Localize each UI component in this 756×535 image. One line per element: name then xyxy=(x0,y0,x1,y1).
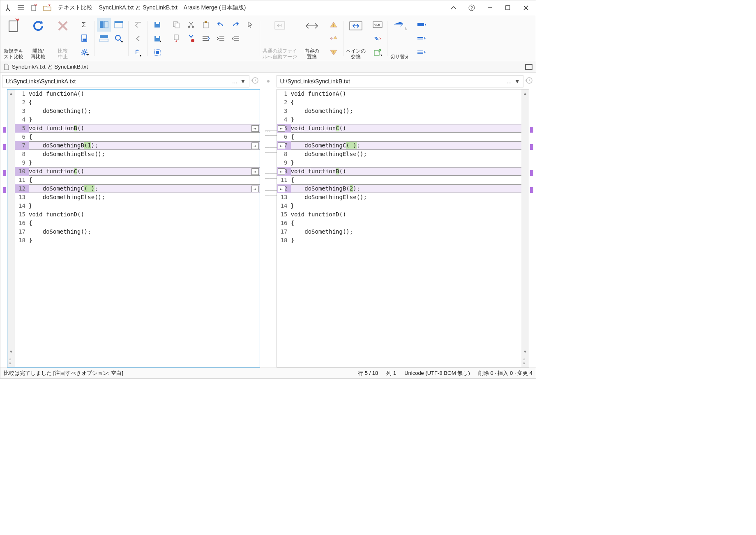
chevron-down-icon[interactable]: ▼ xyxy=(239,78,247,85)
nav-prev-icon[interactable] xyxy=(131,32,145,46)
merge-right-button[interactable]: → xyxy=(251,186,259,192)
warn-up-icon[interactable]: ! xyxy=(327,18,341,32)
xml-icon[interactable]: XML xyxy=(371,18,385,32)
merge-right-button[interactable]: → xyxy=(251,142,259,149)
code-line[interactable]: 5void functionB()→ xyxy=(15,124,260,133)
code-line[interactable]: 9} xyxy=(277,158,522,167)
right-scroll-right[interactable]: ▲ ▼ ▵ ▿ xyxy=(521,90,529,367)
chevron-down-icon[interactable]: ▼ xyxy=(513,78,521,85)
copy-down-icon[interactable] xyxy=(169,32,183,46)
code-line[interactable]: 17 doSomething(); xyxy=(15,227,260,236)
save-as-icon[interactable]: ▾ xyxy=(150,32,164,46)
code-line[interactable]: 6{ xyxy=(277,133,522,141)
code-line[interactable]: 11{ xyxy=(15,176,260,184)
ribbon-new-compare[interactable]: 新規テキ スト比較 xyxy=(1,18,26,61)
tab-title[interactable]: SyncLinkA.txt と SyncLinkB.txt xyxy=(12,63,88,71)
scroll-bottom-icon[interactable]: ▿ xyxy=(9,361,13,365)
code-line[interactable]: 5void functionC()← xyxy=(277,124,522,133)
redo-icon[interactable] xyxy=(228,18,242,32)
layout-single-icon[interactable] xyxy=(112,18,126,32)
paste-icon[interactable] xyxy=(199,18,213,32)
code-line[interactable]: 18} xyxy=(277,236,522,245)
right-path-box[interactable]: U:\SyncLinks\SyncLinkB.txt … ▼ xyxy=(277,75,524,87)
left-code[interactable]: 1void functionA()2{3 doSomething();4}5vo… xyxy=(15,90,260,367)
code-line[interactable]: 12 doSomethingB(2);← xyxy=(277,184,522,193)
close-button[interactable] xyxy=(519,1,532,14)
gear-icon[interactable]: ▾ xyxy=(78,46,92,60)
code-line[interactable]: 12 doSomethingC( );→ xyxy=(15,184,260,193)
merge-left-button[interactable]: ← xyxy=(278,125,285,132)
code-line[interactable]: 4} xyxy=(15,115,260,124)
ribbon-start-recompare[interactable]: 開始/ 再比較 xyxy=(26,18,51,61)
scroll-up-icon[interactable]: ▲ xyxy=(9,91,13,96)
menu-icon[interactable] xyxy=(17,4,25,12)
ribbon-swap[interactable]: ペインの 交換 xyxy=(343,18,368,61)
history-icon[interactable] xyxy=(251,77,260,86)
code-line[interactable]: 2{ xyxy=(15,98,260,107)
maximize-button[interactable] xyxy=(501,1,514,14)
warn-down-icon[interactable]: ! xyxy=(327,46,341,60)
code-line[interactable]: 16{ xyxy=(15,219,260,227)
copy-icon[interactable] xyxy=(169,18,183,32)
layout-stacked-icon[interactable] xyxy=(97,32,111,46)
ribbon-switch[interactable]: ± 切り替え xyxy=(387,18,412,61)
code-line[interactable]: 10void functionB()← xyxy=(277,167,522,176)
scroll-up-icon[interactable]: ▲ xyxy=(523,91,527,96)
code-line[interactable]: 17 doSomething(); xyxy=(277,227,522,236)
code-line[interactable]: 3 doSomething(); xyxy=(15,107,260,115)
ribbon-replace[interactable]: 内容の 置換 xyxy=(300,18,324,61)
outdent-icon[interactable] xyxy=(228,32,242,46)
code-line[interactable]: 15void functionD() xyxy=(277,210,522,219)
code-line[interactable]: 2{ xyxy=(277,98,522,107)
code-line[interactable]: 7 doSomethingC( );← xyxy=(277,141,522,150)
link-icon[interactable] xyxy=(371,32,385,46)
code-line[interactable]: 8 doSomethingElse(); xyxy=(15,150,260,158)
list2-icon[interactable] xyxy=(415,32,429,46)
export-icon[interactable]: ▾ xyxy=(371,46,385,60)
page-icon[interactable] xyxy=(78,32,92,46)
list3-icon[interactable] xyxy=(415,46,429,60)
code-line[interactable]: 14} xyxy=(277,202,522,210)
list1-icon[interactable] xyxy=(415,18,429,32)
merge-right-button[interactable]: → xyxy=(251,168,259,175)
code-line[interactable]: 13 doSomethingElse(); xyxy=(277,193,522,202)
zoom-icon[interactable]: ▾ xyxy=(112,32,126,46)
merge-left-button[interactable]: ← xyxy=(278,168,285,175)
code-line[interactable]: 9} xyxy=(15,158,260,167)
code-line[interactable]: 1void functionA() xyxy=(277,90,522,98)
more-icon[interactable]: ⋯ xyxy=(265,129,272,135)
code-line[interactable]: 6{ xyxy=(15,133,260,141)
cut-icon[interactable] xyxy=(184,18,198,32)
code-line[interactable]: 16{ xyxy=(277,219,522,227)
merge-left-button[interactable]: ← xyxy=(278,186,285,192)
scroll-top-icon[interactable]: ▵ xyxy=(9,356,13,361)
bookmark-error-icon[interactable] xyxy=(184,32,198,46)
new-folder-icon[interactable] xyxy=(43,4,51,12)
code-line[interactable]: 11{ xyxy=(277,176,522,184)
select-all-icon[interactable] xyxy=(150,46,164,60)
path-more-icon[interactable]: … xyxy=(231,78,239,85)
code-line[interactable]: 4} xyxy=(277,115,522,124)
left-path-box[interactable]: U:\SyncLinks\SyncLinkA.txt … ▼ xyxy=(2,75,249,87)
right-editor[interactable]: 1void functionA()2{3 doSomething();4}5vo… xyxy=(277,89,530,367)
cursor-icon[interactable] xyxy=(243,18,257,32)
scroll-down-icon[interactable]: ▼ xyxy=(9,349,13,354)
code-line[interactable]: 15void functionD() xyxy=(15,210,260,219)
undo-icon[interactable] xyxy=(214,18,228,32)
merge-right-button[interactable]: → xyxy=(251,125,259,132)
code-line[interactable]: 14} xyxy=(15,202,260,210)
code-line[interactable]: 18} xyxy=(15,236,260,245)
encoding-icon[interactable]: É▾ xyxy=(131,46,145,60)
scroll-down-icon[interactable]: ▼ xyxy=(523,349,527,354)
left-editor[interactable]: ▲ ▼ ▵ ▿ 1void functionA()2{3 doSomething… xyxy=(7,89,260,367)
code-line[interactable]: 7 doSomethingB(1);→ xyxy=(15,141,260,150)
format-icon[interactable] xyxy=(199,32,213,46)
minimize-button[interactable] xyxy=(483,1,496,14)
warn-left-icon[interactable] xyxy=(327,32,341,46)
help-icon[interactable]: ? xyxy=(465,1,478,14)
panel-toggle-icon[interactable] xyxy=(525,64,532,70)
merge-left-button[interactable]: ← xyxy=(278,142,285,149)
indent-icon[interactable] xyxy=(214,32,228,46)
code-line[interactable]: 13 doSomethingElse(); xyxy=(15,193,260,202)
path-more-icon[interactable]: … xyxy=(505,78,513,85)
